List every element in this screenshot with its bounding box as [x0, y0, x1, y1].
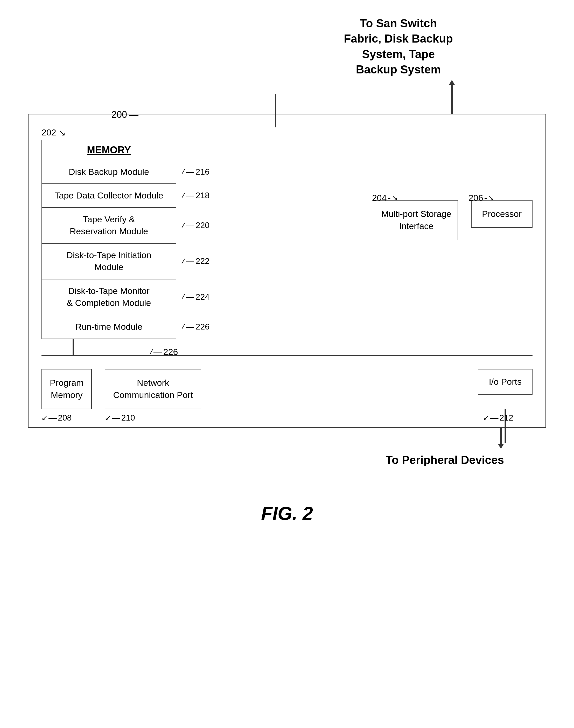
- arrow-down-line: [500, 428, 502, 444]
- multiport-box: Multi-port StorageInterface: [375, 200, 458, 240]
- arrow-up: [449, 80, 455, 114]
- program-memory-box: ProgramMemory: [41, 369, 92, 409]
- arrow-down-area: To Peripheral Devices: [28, 428, 546, 466]
- module-tape-verify: Tape Verify &Reservation Module / — 220: [42, 208, 176, 243]
- memory-box: MEMORY Disk Backup Module / — 216 Tape D…: [41, 140, 176, 339]
- ref-204: 204 - ↘: [372, 193, 398, 203]
- io-ports-container: I/o Ports ↙ — 212: [478, 369, 533, 409]
- ref-226-bus: / — 226: [150, 347, 178, 357]
- network-comm-container: NetworkCommunication Port ↙ — 210: [105, 369, 201, 409]
- module-runtime: Run-time Module / — 226: [42, 315, 176, 339]
- vert-line-from-arrow: [275, 94, 276, 127]
- right-section: 204 - ↘ Multi-port StorageInterface 206 …: [176, 127, 533, 339]
- io-ports-box: I/o Ports: [478, 369, 533, 395]
- main-box: 200 — 202 ↘ MEMORY Disk Backup Module: [28, 114, 546, 428]
- peripheral-label: To Peripheral Devices: [386, 454, 504, 466]
- top-section: 202 ↘ MEMORY Disk Backup Module / — 216: [41, 127, 533, 339]
- processor-container: 206 - ↘ Processor: [471, 200, 533, 240]
- bus-section: / — 226 ProgramMemory ↙ — 208: [41, 355, 533, 409]
- page-container: To San Switch Fabric, Disk Backup System…: [28, 15, 546, 524]
- ref-210: ↙ — 210: [105, 413, 135, 423]
- vert-connector-left: [73, 339, 74, 356]
- network-comm-box: NetworkCommunication Port: [105, 369, 201, 409]
- ref-208: ↙ — 208: [41, 413, 72, 423]
- fig-label: FIG. 2: [261, 503, 313, 524]
- processor-box: Processor: [471, 200, 533, 228]
- program-memory-container: ProgramMemory ↙ — 208: [41, 369, 92, 409]
- hardware-boxes: 204 - ↘ Multi-port StorageInterface 206 …: [375, 200, 533, 240]
- module-disk-tape-monitor: Disk-to-Tape Monitor& Completion Module …: [42, 279, 176, 315]
- ref-212: ↙ — 212: [483, 413, 513, 423]
- module-disk-backup: Disk Backup Module / — 216: [42, 160, 176, 184]
- bottom-boxes: ProgramMemory ↙ — 208 NetworkCommunicati…: [41, 369, 533, 409]
- module-tape-collector: Tape Data Collector Module / — 218: [42, 184, 176, 208]
- bus-line: [41, 355, 533, 356]
- multiport-container: 204 - ↘ Multi-port StorageInterface: [375, 200, 458, 240]
- arrow-down-head: [498, 444, 504, 449]
- ref-200: 200 —: [112, 109, 138, 120]
- top-label: To San Switch Fabric, Disk Backup System…: [344, 15, 453, 77]
- ref-202: 202 ↘: [41, 127, 176, 138]
- memory-title: MEMORY: [42, 140, 176, 160]
- module-disk-tape-init: Disk-to-Tape InitiationModule / — 222: [42, 243, 176, 279]
- ref-206: 206 - ↘: [468, 193, 494, 203]
- memory-section: 202 ↘ MEMORY Disk Backup Module / — 216: [41, 127, 176, 339]
